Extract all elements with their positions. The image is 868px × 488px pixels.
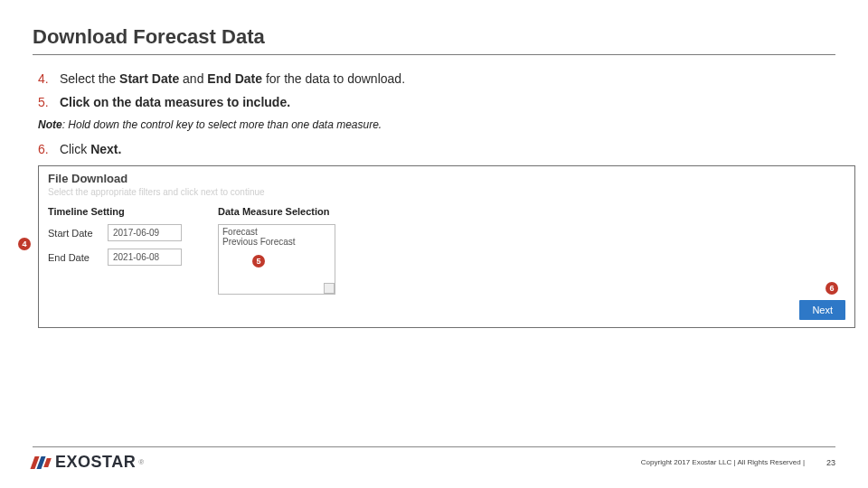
step-5: 5. Click on the data measures to include… bbox=[38, 95, 835, 109]
footer: EXOSTAR ® Copyright 2017 Exostar LLC | A… bbox=[33, 446, 835, 472]
callout-badge-6: 6 bbox=[826, 282, 838, 295]
timeline-heading: Timeline Setting bbox=[48, 206, 182, 217]
callout-badge-4: 4 bbox=[18, 238, 31, 250]
timeline-column: Timeline Setting Start Date 2017-06-09 E… bbox=[48, 206, 182, 295]
screenshot-title: File Download bbox=[48, 172, 845, 185]
step-4-pre: Select the bbox=[60, 71, 119, 86]
end-date-input[interactable]: 2021-06-08 bbox=[108, 249, 182, 266]
step-5-number: 5. bbox=[38, 95, 56, 109]
screenshot-panel: File Download Select the appropriate fil… bbox=[38, 165, 855, 328]
registered-icon: ® bbox=[138, 458, 144, 466]
instruction-list-cont: 6. Click Next. bbox=[38, 142, 835, 156]
listbox-option-forecast[interactable]: Forecast bbox=[222, 227, 331, 237]
page-title: Download Forecast Data bbox=[33, 25, 835, 55]
note: Note: Hold down the control key to selec… bbox=[38, 118, 835, 131]
step-6-pre: Click bbox=[60, 142, 90, 156]
copyright-text: Copyright 2017 Exostar LLC | All Rights … bbox=[641, 458, 805, 466]
page-number: 23 bbox=[826, 458, 835, 467]
callout-badge-5: 5 bbox=[252, 255, 265, 267]
instruction-list: 4. Select the Start Date and End Date fo… bbox=[38, 71, 835, 109]
measure-heading: Data Measure Selection bbox=[218, 206, 335, 217]
step-5-text: Click on the data measures to include. bbox=[60, 95, 290, 109]
step-4-mid: and bbox=[183, 71, 207, 86]
data-measure-listbox[interactable]: Forecast Previous Forecast bbox=[218, 224, 335, 295]
step-6-bold: Next. bbox=[90, 142, 121, 156]
end-date-label: End Date bbox=[48, 252, 108, 263]
step-4-bold-start: Start Date bbox=[119, 71, 183, 86]
step-4: 4. Select the Start Date and End Date fo… bbox=[38, 71, 835, 86]
listbox-option-previous-forecast[interactable]: Previous Forecast bbox=[222, 237, 331, 247]
start-date-label: Start Date bbox=[48, 228, 108, 239]
screenshot-subtitle: Select the appropriate filters and click… bbox=[48, 187, 845, 197]
step-4-number: 4. bbox=[38, 71, 56, 86]
measure-column: Data Measure Selection Forecast Previous… bbox=[218, 206, 335, 295]
logo-word: EXOSTAR bbox=[55, 453, 136, 472]
note-label: Note bbox=[38, 118, 62, 131]
start-date-input[interactable]: 2017-06-09 bbox=[108, 224, 182, 241]
step-4-bold-end: End Date bbox=[207, 71, 266, 86]
step-4-post: for the data to download. bbox=[266, 71, 405, 86]
listbox-drag-icon bbox=[324, 283, 335, 294]
note-text: : Hold down the control key to select mo… bbox=[62, 118, 382, 131]
step-6: 6. Click Next. bbox=[38, 142, 835, 156]
step-6-number: 6. bbox=[38, 142, 56, 156]
next-button[interactable]: Next bbox=[799, 300, 845, 320]
logo-mark-icon bbox=[33, 456, 52, 469]
logo: EXOSTAR ® bbox=[33, 453, 144, 472]
